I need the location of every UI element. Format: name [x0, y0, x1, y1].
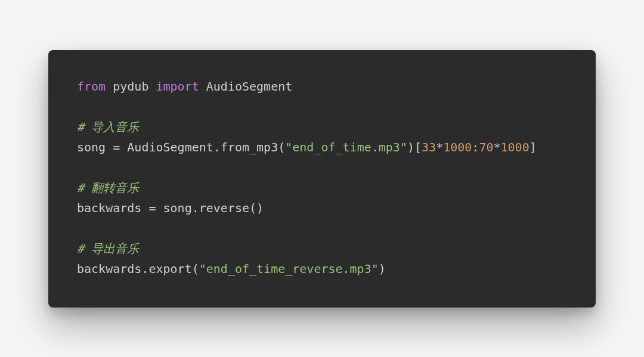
class-ref: AudioSegment: [127, 140, 213, 154]
paren-open: (: [278, 140, 285, 154]
op-assign: =: [113, 140, 120, 154]
fn-from-mp3: from_mp3: [221, 140, 278, 154]
fn-export: export: [148, 262, 191, 276]
comment-reverse-music: # 翻转音乐: [77, 181, 139, 195]
parens: (): [249, 201, 264, 215]
dot2: .: [192, 201, 199, 215]
paren-open2: (: [192, 262, 199, 276]
num-70: 70: [479, 140, 493, 154]
num-33: 33: [422, 140, 436, 154]
comment-export-music: # 导出音乐: [77, 241, 139, 256]
code-card: from pydub import AudioSegment # 导入音乐 so…: [48, 50, 596, 308]
var-song: song: [77, 140, 106, 154]
module-name: pydub: [113, 79, 148, 94]
bracket-open: [: [414, 140, 422, 154]
fn-reverse: reverse: [199, 201, 249, 215]
class-name: AudioSegment: [206, 79, 293, 94]
obj-backwards: backwards: [77, 262, 141, 276]
code-block: from pydub import AudioSegment # 导入音乐 so…: [77, 76, 567, 279]
string-filename: "end_of_time.mp3": [285, 140, 407, 154]
num-1000a: 1000: [443, 140, 472, 154]
num-1000b: 1000: [501, 140, 530, 154]
comment-import-music: # 导入音乐: [77, 120, 139, 134]
obj-song: song: [163, 201, 192, 215]
paren-close: ): [407, 140, 414, 154]
op-mul: *: [436, 140, 443, 154]
dot3: .: [141, 262, 148, 276]
dot: .: [213, 140, 221, 154]
keyword-from: from: [77, 79, 106, 94]
keyword-import: import: [156, 79, 199, 94]
op-assign2: =: [148, 201, 156, 215]
slice-colon: :: [472, 140, 479, 154]
var-backwards: backwards: [77, 201, 141, 215]
paren-close2: ): [379, 262, 386, 276]
op-mul2: *: [493, 140, 500, 154]
string-outfile: "end_of_time_reverse.mp3": [199, 262, 379, 276]
bracket-close: ]: [530, 140, 537, 154]
